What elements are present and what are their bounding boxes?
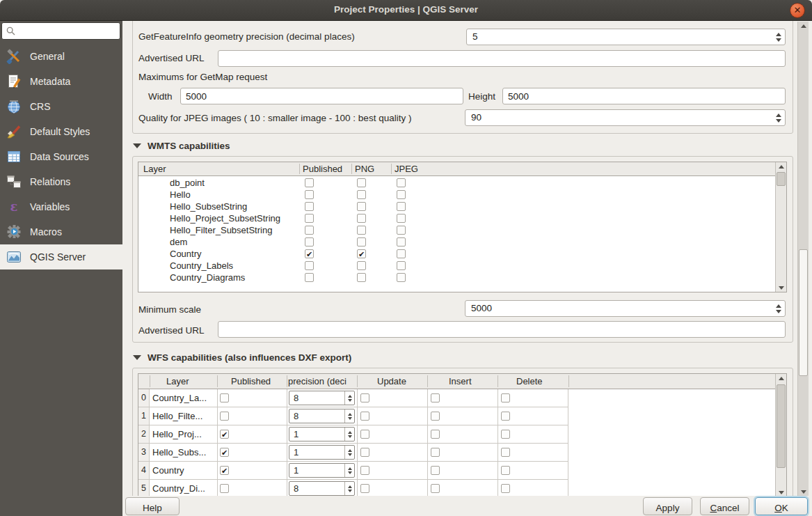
collapse-triangle-icon[interactable] [133, 143, 141, 148]
wmts-section-header[interactable]: WMTS capabilities [133, 141, 230, 151]
spinner-arrows-icon[interactable] [344, 391, 354, 405]
spinner-arrows-icon[interactable] [344, 446, 354, 459]
wfs-layer-row[interactable]: 2Hello_Proj...1 [138, 425, 568, 444]
sidebar-item-crs[interactable]: CRS [0, 94, 122, 119]
wfs-delete-checkbox[interactable] [501, 393, 510, 402]
wfs-scrollbar-thumb[interactable] [777, 384, 786, 468]
spinner-arrows-icon[interactable] [344, 482, 354, 495]
wmts-published-checkbox[interactable] [305, 190, 314, 199]
wfs-insert-checkbox[interactable] [431, 466, 440, 475]
wmts-png-checkbox[interactable] [357, 214, 366, 223]
wmts-layer-row[interactable]: db_point [138, 177, 775, 189]
wfs-row-number[interactable]: 2 [138, 425, 150, 443]
wfs-row-number[interactable]: 1 [138, 407, 150, 425]
sidebar-item-macros[interactable]: Macros [0, 219, 122, 244]
search-input[interactable] [19, 24, 116, 38]
sidebar-item-data-sources[interactable]: Data Sources [0, 144, 122, 169]
wfs-col-update[interactable]: Update [377, 376, 406, 386]
wfs-layer-row[interactable]: 4Country1 [138, 462, 568, 480]
wmts-published-checkbox[interactable] [305, 202, 314, 211]
wmts-jpeg-checkbox[interactable] [397, 190, 406, 199]
wmts-published-checkbox[interactable] [305, 249, 314, 258]
wfs-published-checkbox[interactable] [220, 484, 229, 493]
wfs-delete-checkbox[interactable] [501, 448, 510, 457]
wfs-update-checkbox[interactable] [360, 484, 369, 493]
wfs-col-delete[interactable]: Delete [516, 376, 543, 386]
wfs-delete-checkbox[interactable] [501, 430, 510, 439]
wfs-row-number[interactable]: 0 [138, 389, 150, 407]
wfs-section-header[interactable]: WFS capabilities (also influences DXF ex… [133, 352, 351, 363]
wmts-jpeg-checkbox[interactable] [397, 202, 406, 211]
spinner-arrows-icon[interactable] [774, 301, 783, 316]
wfs-insert-checkbox[interactable] [431, 393, 440, 402]
wfs-precision-spinbox[interactable]: 8 [289, 409, 355, 423]
wfs-published-checkbox[interactable] [220, 430, 229, 439]
advertised-url-input[interactable] [218, 50, 786, 67]
sidebar-item-relations[interactable]: Relations [0, 169, 122, 194]
wmts-jpeg-checkbox[interactable] [397, 226, 406, 235]
wfs-delete-checkbox[interactable] [501, 484, 510, 493]
apply-button[interactable]: Apply [643, 497, 692, 515]
spinner-arrows-icon[interactable] [774, 110, 783, 125]
wmts-scrollbar[interactable] [775, 162, 786, 292]
getfeatureinfo-spinbox[interactable]: 5 [466, 29, 786, 45]
jpeg-quality-spinbox[interactable]: 90 [465, 109, 786, 126]
wfs-published-checkbox[interactable] [220, 393, 229, 402]
wmts-png-checkbox[interactable] [357, 237, 366, 247]
cancel-button[interactable]: Cancel [700, 497, 749, 515]
wmts-table-header[interactable]: Layer Published PNG JPEG [138, 162, 786, 176]
wmts-col-jpeg[interactable]: JPEG [395, 164, 418, 174]
wmts-jpeg-checkbox[interactable] [397, 261, 406, 270]
wfs-table-header[interactable]: Layer Published precision (deci Update I… [138, 374, 786, 389]
wfs-precision-spinbox[interactable]: 8 [289, 481, 355, 496]
scroll-up-icon[interactable] [776, 374, 786, 382]
wmts-jpeg-checkbox[interactable] [397, 178, 406, 187]
dialog-scrollbar-thumb[interactable] [799, 249, 808, 376]
wmts-published-checkbox[interactable] [305, 261, 314, 270]
scroll-down-icon[interactable] [798, 487, 809, 496]
wfs-row-number[interactable]: 4 [138, 462, 150, 479]
wmts-png-checkbox[interactable] [357, 178, 366, 187]
wmts-layer-row[interactable]: Hello_Project_SubsetString [138, 212, 775, 224]
wfs-row-number[interactable]: 5 [138, 480, 150, 497]
wfs-layer-row[interactable]: 1Hello_Filte...8 [138, 407, 568, 425]
wfs-precision-spinbox[interactable]: 1 [289, 427, 355, 441]
spinner-arrows-icon[interactable] [774, 29, 783, 45]
wmts-jpeg-checkbox[interactable] [397, 214, 406, 223]
minimum-scale-spinbox[interactable]: 5000 [465, 300, 786, 317]
ok-button[interactable]: OK [755, 497, 808, 515]
wmts-col-png[interactable]: PNG [355, 164, 374, 174]
wfs-published-checkbox[interactable] [220, 412, 229, 421]
scroll-up-icon[interactable] [798, 22, 809, 30]
wmts-layer-row[interactable]: Country_Labels [138, 260, 775, 272]
spinner-arrows-icon[interactable] [344, 409, 354, 423]
wmts-png-checkbox[interactable] [357, 190, 366, 199]
wmts-published-checkbox[interactable] [305, 214, 314, 223]
wfs-row-number[interactable]: 3 [138, 444, 150, 461]
wfs-layer-row[interactable]: 3Hello_Subs...1 [138, 444, 568, 462]
wmts-layer-row[interactable]: Hello_Filter_SubsetString [138, 224, 775, 236]
help-button[interactable]: Help [125, 497, 180, 515]
dialog-scrollbar[interactable] [797, 22, 809, 496]
wmts-col-layer[interactable]: Layer [143, 164, 166, 174]
wfs-insert-checkbox[interactable] [431, 448, 440, 457]
wmts-layer-row[interactable]: Country [138, 248, 775, 260]
wmts-png-checkbox[interactable] [357, 226, 366, 235]
wmts-layer-row[interactable]: Hello [138, 189, 775, 201]
height-input[interactable] [502, 88, 786, 104]
wmts-jpeg-checkbox[interactable] [397, 273, 406, 282]
wfs-update-checkbox[interactable] [360, 430, 369, 439]
scroll-up-icon[interactable] [776, 162, 786, 171]
wmts-published-checkbox[interactable] [305, 237, 314, 247]
spinner-arrows-icon[interactable] [344, 428, 354, 441]
wfs-col-insert[interactable]: Insert [449, 376, 472, 386]
wmts-col-published[interactable]: Published [303, 164, 342, 174]
wfs-precision-spinbox[interactable]: 8 [289, 391, 355, 405]
wmts-published-checkbox[interactable] [305, 273, 314, 282]
wfs-insert-checkbox[interactable] [431, 430, 440, 439]
titlebar[interactable]: Project Properties | QGIS Server ✕ [0, 0, 812, 21]
wfs-published-checkbox[interactable] [220, 448, 229, 457]
wfs-delete-checkbox[interactable] [501, 466, 510, 475]
wfs-update-checkbox[interactable] [360, 393, 369, 402]
wmts-published-checkbox[interactable] [305, 226, 314, 235]
